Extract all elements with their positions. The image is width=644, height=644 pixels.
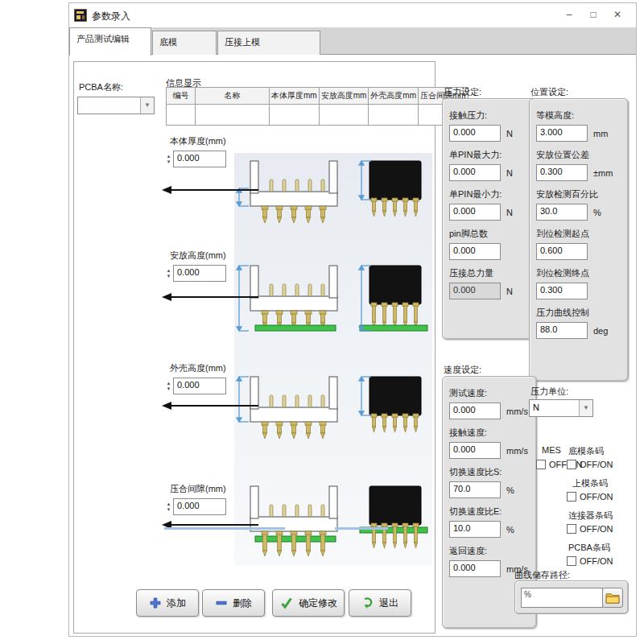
barcode-checkbox[interactable] [567,460,576,469]
pcba-name-label: PCBA名称: [79,81,123,93]
position-field-label: 到位检测起点 [536,228,621,240]
shell-height-row [234,372,432,470]
speed-field-input[interactable]: 0.000 [449,442,501,459]
barcode-checkbox[interactable] [567,524,576,534]
position-field: 安放检测百分比30.0% [536,188,621,221]
add-button[interactable]: 添加 [136,589,199,617]
table-cell [369,105,419,126]
close-button[interactable]: ✕ [609,6,626,23]
position-field-input[interactable]: 30.0 [536,204,588,221]
pressure-field-label: 单PIN最小力: [449,188,530,200]
tab-bar: 产品测试编辑底模压接上模 [69,27,636,55]
pressure-unit-combo[interactable]: N ▼ [529,399,593,417]
press-gap-row [234,481,432,580]
unit-label: N [506,287,513,296]
pressure-field-input[interactable]: 0.000 [449,164,501,181]
position-field-input[interactable]: 88.0 [536,322,588,339]
button-label: 确定修改 [299,597,337,610]
speed-field-input[interactable]: 0.000 [449,560,501,577]
speed-field: 测试速度:0.000mm/s [449,387,530,419]
tab-1[interactable]: 产品测试编辑 [69,27,151,56]
position-field-input[interactable]: 0.300 [536,283,588,299]
folder-icon [605,592,620,604]
unit-label: N [506,129,513,138]
exit-arrow-icon [361,597,374,609]
param-input[interactable]: 0.000 [173,378,226,394]
spinner[interactable]: ▲▼ [164,151,173,168]
param-label: 压合间隙(mm) [170,483,226,495]
table-row[interactable] [167,105,469,126]
unit-label: % [506,485,514,495]
barcode-checkbox[interactable] [567,492,576,502]
position-field: 安放位置公差0.300±mm [536,149,621,181]
minimize-button[interactable]: – [560,6,578,23]
barcode-checkbox-row: OFF/ON [567,492,613,502]
position-field-input[interactable]: 0.300 [536,164,588,181]
param-control: ▲▼0.000 [164,151,226,168]
speed-group-title: 速度设定: [444,364,481,376]
pressure-field-input[interactable]: 0.000 [449,204,501,221]
spinner[interactable]: ▲▼ [164,498,173,516]
maximize-button[interactable]: □ [584,6,602,23]
pressure-field: 单PIN最小力:0.000N [449,188,530,221]
info-table: 编号名称本体厚度mm安放高度mm外壳高度mm压合间隙mm [166,87,469,126]
barcode-checkbox[interactable] [567,556,576,566]
chevron-down-icon[interactable]: ▼ [140,97,154,114]
placement-height-row [234,261,432,359]
table-cell [196,105,270,126]
mes-checkbox[interactable] [536,460,546,469]
barcode-label: 连接器条码 [568,510,613,522]
barcode-toggle-label: OFF/ON [580,556,613,566]
position-field: 到位检测起点0.600 [536,228,621,260]
pointer-arrow [162,184,258,196]
curve-path-label: 曲线储存路径: [514,569,570,581]
chevron-down-icon[interactable]: ▼ [579,400,592,416]
pcba-name-combo[interactable]: ▼ [77,97,155,114]
param-input[interactable]: 0.000 [173,265,226,282]
pressure-field-label: 接触压力: [449,109,530,122]
speed-field: 切换速度比S:70.0% [449,466,530,498]
exit-button[interactable]: 退出 [349,589,411,617]
pressure-field: 单PIN最大力:0.000N [449,149,530,181]
parameter-entry-window: 参数录入 – □ ✕ 产品测试编辑底模压接上模 PCBA名称: ▼ 信息显示 编… [68,2,637,637]
path-symbol-icon: % [524,590,531,599]
confirm-modify-button[interactable]: 确定修改 [272,589,345,617]
tab-3[interactable]: 压接上模 [217,31,320,55]
barcode-label: PCBA条码 [568,542,610,554]
delete-button[interactable]: 删除 [202,589,265,617]
spinner[interactable]: ▲▼ [164,265,173,283]
tab-2[interactable]: 底模 [152,31,217,55]
speed-field-input[interactable]: 0.000 [449,402,501,419]
position-field-label: 压力曲线控制 [536,307,621,319]
param-label: 本体厚度(mm) [170,135,226,147]
browse-folder-button[interactable] [602,588,623,608]
unit-label: mm/s [506,407,528,416]
barcode-toggle-label: OFF/ON [580,460,613,469]
position-group-box: 等模高度:3.000mm安放位置公差0.300±mm安放检测百分比30.0%到位… [529,98,629,382]
param-input[interactable]: 0.000 [173,151,226,167]
speed-field-label: 接触速度: [449,427,530,439]
curve-path-control: % [514,580,629,614]
barcode-checkbox-row: OFF/ON [567,556,613,566]
param-control: ▲▼0.000 [164,265,226,283]
app-icon [74,9,87,22]
position-field-input[interactable]: 3.000 [536,125,588,142]
table-cell [319,105,369,126]
curve-path-input[interactable]: % [521,588,603,608]
speed-field-input[interactable]: 10.0 [449,521,501,538]
spinner[interactable]: ▲▼ [164,378,173,395]
pressure-field-input[interactable]: 0.000 [449,243,501,260]
position-field-input[interactable]: 0.600 [536,243,588,260]
speed-field-label: 切换速度比E: [449,506,530,518]
speed-field-input[interactable]: 70.0 [449,481,501,498]
position-field-label: 安放位置公差 [536,149,621,161]
barcode-label: 底模条码 [568,445,604,457]
pcb-level-line [335,527,388,530]
unit-label: % [506,525,514,535]
pressure-field-input[interactable]: 0.000 [449,125,501,142]
table-header-cell: 安放高度mm [319,88,369,105]
param-input[interactable]: 0.000 [173,498,226,515]
pressure-unit-value: N [533,402,539,412]
position-field-label: 安放检测百分比 [536,188,621,200]
unit-label: % [593,208,601,217]
